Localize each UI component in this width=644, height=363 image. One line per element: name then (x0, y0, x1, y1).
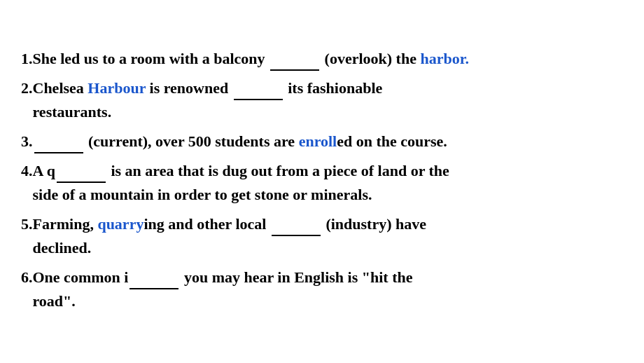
sentence-1-harbor: harbor. (420, 50, 468, 67)
sentence-3: 3. (current), over 500 students are enro… (21, 128, 623, 153)
sentence-4-text1: 4.A q (21, 162, 55, 179)
sentence-1-text2: (overlook) the (321, 50, 420, 67)
sentence-2: 2.Chelsea Harbour is renowned its fashio… (21, 75, 623, 124)
sentence-6-text1: 6.One common i (21, 268, 128, 286)
sentence-4-blank (57, 158, 106, 183)
sentence-5: 5.Farming, quarrying and other local (in… (21, 211, 623, 260)
sentence-3-blank (34, 128, 83, 153)
sentence-5-blank (272, 211, 321, 236)
sentence-6: 6.One common i you may hear in English i… (21, 264, 623, 313)
sentence-2-text2: is renowned (146, 79, 232, 97)
sentence-2-text1: 2.Chelsea (21, 79, 88, 97)
sentence-3-enroll: enroll (299, 132, 337, 150)
sentence-6-blank (130, 264, 178, 289)
sentence-5-text2: ing and other local (144, 215, 270, 233)
sentence-1-text1: 1.She led us to a room with a balcony (21, 50, 269, 67)
sentence-5-text1: 5.Farming, (21, 215, 97, 233)
sentence-5-quarry: quarry (97, 215, 144, 233)
sentence-1-blank (270, 46, 319, 71)
sentence-4: 4.A q is an area that is dug out from a … (21, 158, 623, 207)
sentence-3-text3: ed on the course. (337, 132, 447, 150)
sentence-2-blank (234, 75, 283, 100)
content-area: 1.She led us to a room with a balcony (o… (14, 32, 630, 332)
sentence-3-text1: 3. (21, 132, 33, 150)
sentence-2-harbour: Harbour (88, 79, 146, 97)
sentence-1: 1.She led us to a room with a balcony (o… (21, 46, 623, 71)
sentence-3-text2: (current), over 500 students are (85, 132, 299, 150)
